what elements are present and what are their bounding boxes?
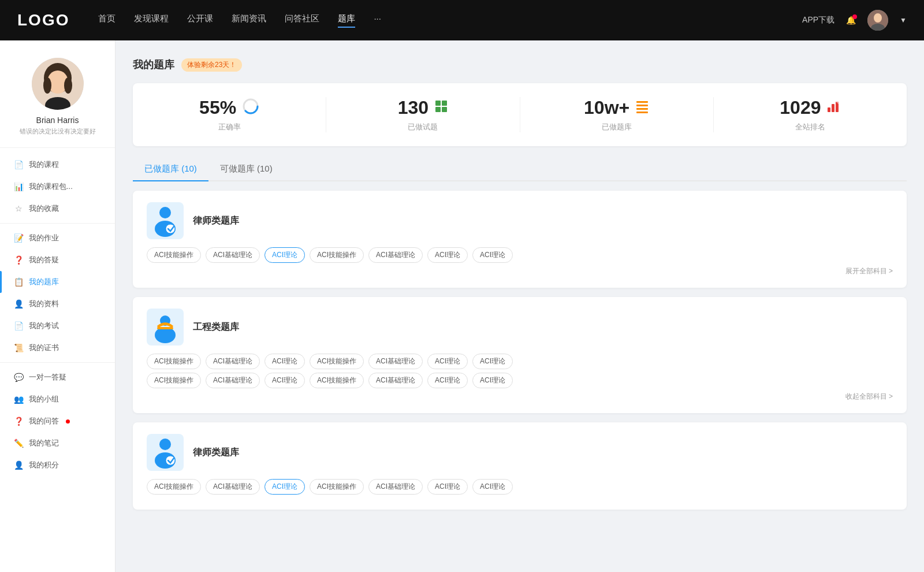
tag-item[interactable]: ACI理论 (264, 354, 305, 369)
tag-item[interactable]: ACI技能操作 (147, 373, 201, 388)
stat-done-questions-row: 130 (338, 97, 508, 118)
tag-item[interactable]: ACI基础理论 (368, 354, 423, 369)
tag-item[interactable]: ACI基础理论 (368, 373, 423, 388)
tag-item[interactable]: ACI理论 (427, 373, 468, 388)
sidebar-profile: Brian Harris 错误的决定比没有决定要好 (0, 58, 115, 148)
stat-done-questions-value: 130 (398, 97, 429, 118)
stat-done-banks-label: 已做题库 (532, 122, 702, 132)
sidebar-item-my-bank[interactable]: 📋 我的题库 (0, 271, 115, 293)
sidebar-label-my-packages: 我的课程包... (29, 181, 73, 192)
user-menu-arrow[interactable]: ▼ (900, 16, 907, 24)
svg-rect-18 (636, 112, 648, 113)
nav-more[interactable]: ··· (374, 13, 381, 28)
bank-card-2-collapse[interactable]: 收起全部科目 > (147, 392, 893, 402)
nav-discover[interactable]: 发现课程 (134, 13, 169, 28)
svg-rect-13 (435, 107, 441, 112)
tag-item[interactable]: ACI理论 (472, 373, 513, 388)
tag-item[interactable]: ACI技能操作 (310, 354, 364, 369)
sidebar-item-my-notes[interactable]: ✏️ 我的笔记 (0, 432, 115, 454)
svg-rect-20 (832, 104, 834, 112)
nav-bank[interactable]: 题库 (338, 13, 355, 28)
bank-card-2: 工程类题库 ACI技能操作 ACI基础理论 ACI理论 ACI技能操作 ACI基… (133, 297, 907, 413)
notification-bell[interactable]: 🔔 (846, 16, 856, 25)
courses-icon: 📄 (14, 160, 23, 169)
sidebar-item-my-exam[interactable]: 📄 我的考试 (0, 315, 115, 337)
svg-point-26 (155, 327, 176, 343)
tag-item[interactable]: ACI理论 (264, 373, 305, 388)
tag-item[interactable]: ACI技能操作 (147, 354, 201, 369)
sidebar-label-my-qa: 我的答疑 (29, 255, 59, 265)
homework-icon: 📝 (14, 233, 23, 243)
tag-item[interactable]: ACI理论 (427, 354, 468, 369)
nav-open[interactable]: 公开课 (187, 13, 213, 28)
svg-point-1 (874, 13, 882, 23)
sidebar-label-my-notes: 我的笔记 (29, 438, 59, 448)
bank-card-1-name: 律师类题库 (193, 215, 239, 227)
tag-item[interactable]: ACI技能操作 (310, 247, 364, 263)
tag-item[interactable]: ACI技能操作 (310, 479, 364, 495)
svg-rect-28 (157, 327, 173, 329)
bank-card-3-name: 律师类题库 (193, 447, 239, 459)
tag-item[interactable]: ACI基础理论 (368, 479, 423, 495)
stat-done-questions: 130 已做试题 (326, 97, 520, 132)
cert-icon: 📜 (14, 343, 23, 352)
sidebar-item-my-points[interactable]: 👤 我的积分 (0, 454, 115, 476)
user-avatar[interactable] (867, 10, 888, 31)
stat-done-questions-label: 已做试题 (338, 122, 508, 132)
stats-bar: 55% 正确率 130 (133, 83, 907, 146)
nav-news[interactable]: 新闻资讯 (232, 13, 266, 28)
sidebar-divider-2 (0, 362, 115, 363)
app-download-btn[interactable]: APP下载 (802, 15, 834, 25)
tag-item[interactable]: ACI理论 (472, 479, 513, 495)
navbar-right: APP下载 🔔 ▼ (802, 10, 907, 31)
stat-done-banks-value: 10w+ (584, 97, 629, 118)
nav-home[interactable]: 首页 (98, 13, 116, 28)
bank-card-3-tags: ACI技能操作 ACI基础理论 ACI理论 ACI技能操作 ACI基础理论 AC… (147, 479, 893, 495)
nav-qa[interactable]: 问答社区 (285, 13, 319, 28)
svg-rect-15 (636, 101, 648, 103)
list-icon (635, 99, 649, 113)
sidebar-item-my-profile[interactable]: 👤 我的资料 (0, 293, 115, 315)
tag-item[interactable]: ACI基础理论 (206, 247, 260, 263)
tag-item[interactable]: ACI理论 (427, 479, 468, 495)
tag-item[interactable]: ACI理论 (472, 247, 513, 263)
sidebar-item-my-group[interactable]: 👥 我的小组 (0, 388, 115, 410)
bank-card-1-expand[interactable]: 展开全部科目 > (147, 266, 893, 276)
tag-item[interactable]: ACI基础理论 (368, 247, 423, 263)
sidebar-item-my-packages[interactable]: 📊 我的课程包... (0, 176, 115, 198)
engineer-icon (151, 311, 179, 343)
tab-done[interactable]: 已做题库 (10) (133, 158, 208, 180)
sidebar-label-one-on-one: 一对一答疑 (29, 372, 66, 382)
user-name: Brian Harris (12, 116, 103, 125)
logo: LOGO (17, 11, 69, 29)
tag-item-active[interactable]: ACI理论 (264, 247, 305, 263)
sidebar-item-my-courses[interactable]: 📄 我的课程 (0, 154, 115, 176)
sidebar-item-one-on-one[interactable]: 💬 一对一答疑 (0, 366, 115, 388)
sidebar-item-my-cert[interactable]: 📜 我的证书 (0, 337, 115, 359)
page-title: 我的题库 (133, 58, 174, 72)
sidebar-item-my-favorites[interactable]: ☆ 我的收藏 (0, 198, 115, 220)
sidebar-item-my-homework[interactable]: 📝 我的作业 (0, 227, 115, 249)
sidebar-label-my-favorites: 我的收藏 (29, 203, 59, 214)
sidebar-item-my-qa[interactable]: ❓ 我的答疑 (0, 249, 115, 271)
packages-icon: 📊 (14, 182, 23, 191)
tag-item[interactable]: ACI基础理论 (206, 479, 260, 495)
trial-badge: 体验剩余23天！ (181, 58, 242, 72)
sidebar-label-my-group: 我的小组 (29, 394, 59, 404)
tag-item[interactable]: ACI基础理论 (206, 373, 260, 388)
tag-item[interactable]: ACI技能操作 (310, 373, 364, 388)
answers-dot-badge (66, 419, 70, 424)
tag-item[interactable]: ACI理论 (427, 247, 468, 263)
user-motto: 错误的决定比没有决定要好 (12, 127, 103, 136)
svg-rect-17 (636, 108, 648, 110)
exam-icon: 📄 (14, 321, 23, 330)
tag-item-active[interactable]: ACI理论 (264, 479, 305, 495)
tab-available[interactable]: 可做题库 (10) (208, 158, 284, 180)
sidebar-avatar (32, 58, 84, 110)
sidebar-item-my-answers[interactable]: ❓ 我的问答 (0, 410, 115, 432)
tag-item[interactable]: ACI技能操作 (147, 247, 201, 263)
tag-item[interactable]: ACI基础理论 (206, 354, 260, 369)
tag-item[interactable]: ACI理论 (472, 354, 513, 369)
bank-card-3: 律师类题库 ACI技能操作 ACI基础理论 ACI理论 ACI技能操作 ACI基… (133, 422, 907, 510)
tag-item[interactable]: ACI技能操作 (147, 479, 201, 495)
